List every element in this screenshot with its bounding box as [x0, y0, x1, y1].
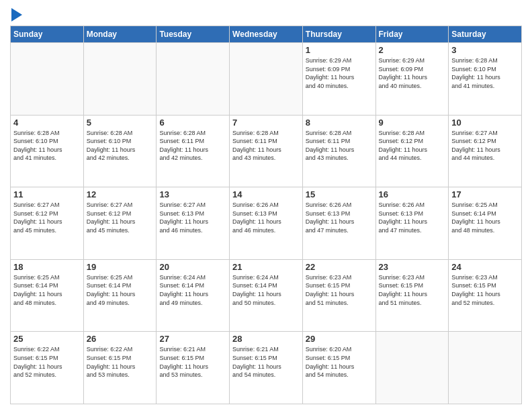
- day-number: 8: [306, 118, 373, 128]
- calendar-cell: 14Sunrise: 6:26 AM Sunset: 6:13 PM Dayli…: [230, 187, 303, 260]
- day-info: Sunrise: 6:24 AM Sunset: 6:14 PM Dayligh…: [232, 273, 300, 307]
- calendar-week-2: 11Sunrise: 6:27 AM Sunset: 6:12 PM Dayli…: [11, 187, 522, 260]
- calendar-cell: 29Sunrise: 6:20 AM Sunset: 6:15 PM Dayli…: [302, 332, 375, 404]
- day-info: Sunrise: 6:27 AM Sunset: 6:12 PM Dayligh…: [451, 129, 519, 163]
- day-header-friday: Friday: [375, 26, 449, 43]
- day-info: Sunrise: 6:28 AM Sunset: 6:12 PM Dayligh…: [379, 129, 446, 163]
- calendar-cell: 17Sunrise: 6:25 AM Sunset: 6:14 PM Dayli…: [449, 187, 522, 260]
- day-info: Sunrise: 6:25 AM Sunset: 6:14 PM Dayligh…: [13, 273, 81, 307]
- calendar-cell: 21Sunrise: 6:24 AM Sunset: 6:14 PM Dayli…: [230, 259, 303, 332]
- day-number: 9: [379, 118, 446, 128]
- day-info: Sunrise: 6:26 AM Sunset: 6:13 PM Dayligh…: [232, 201, 300, 234]
- day-info: Sunrise: 6:28 AM Sunset: 6:10 PM Dayligh…: [87, 129, 154, 163]
- day-info: Sunrise: 6:23 AM Sunset: 6:15 PM Dayligh…: [379, 273, 446, 307]
- day-info: Sunrise: 6:23 AM Sunset: 6:15 PM Dayligh…: [451, 273, 519, 307]
- calendar-cell: 8Sunrise: 6:28 AM Sunset: 6:11 PM Daylig…: [302, 115, 375, 187]
- calendar-cell: 4Sunrise: 6:28 AM Sunset: 6:10 PM Daylig…: [11, 115, 84, 187]
- calendar-cell: 9Sunrise: 6:28 AM Sunset: 6:12 PM Daylig…: [375, 115, 449, 187]
- calendar-cell: 2Sunrise: 6:29 AM Sunset: 6:09 PM Daylig…: [375, 43, 449, 116]
- logo-icon: [11, 8, 22, 21]
- calendar-week-0: 1Sunrise: 6:29 AM Sunset: 6:09 PM Daylig…: [11, 43, 522, 116]
- day-info: Sunrise: 6:25 AM Sunset: 6:14 PM Dayligh…: [451, 201, 519, 234]
- calendar-cell: 1Sunrise: 6:29 AM Sunset: 6:09 PM Daylig…: [302, 43, 375, 116]
- day-header-wednesday: Wednesday: [230, 26, 303, 43]
- calendar-cell: 27Sunrise: 6:21 AM Sunset: 6:15 PM Dayli…: [157, 332, 230, 404]
- day-number: 16: [379, 189, 446, 199]
- day-number: 18: [13, 262, 81, 272]
- calendar-cell: 10Sunrise: 6:27 AM Sunset: 6:12 PM Dayli…: [449, 115, 522, 187]
- day-info: Sunrise: 6:25 AM Sunset: 6:14 PM Dayligh…: [87, 273, 154, 307]
- day-number: 28: [232, 334, 300, 344]
- calendar-cell: 22Sunrise: 6:23 AM Sunset: 6:15 PM Dayli…: [302, 259, 375, 332]
- calendar-week-3: 18Sunrise: 6:25 AM Sunset: 6:14 PM Dayli…: [11, 259, 522, 332]
- day-info: Sunrise: 6:22 AM Sunset: 6:15 PM Dayligh…: [87, 345, 154, 379]
- calendar-cell: 28Sunrise: 6:21 AM Sunset: 6:15 PM Dayli…: [230, 332, 303, 404]
- day-header-sunday: Sunday: [11, 26, 84, 43]
- day-info: Sunrise: 6:27 AM Sunset: 6:13 PM Dayligh…: [159, 201, 226, 234]
- calendar-header-row: SundayMondayTuesdayWednesdayThursdayFrid…: [11, 26, 522, 43]
- day-info: Sunrise: 6:21 AM Sunset: 6:15 PM Dayligh…: [159, 345, 226, 379]
- day-number: 19: [87, 262, 154, 272]
- day-number: 10: [451, 118, 519, 128]
- logo: [10, 9, 22, 21]
- day-header-tuesday: Tuesday: [157, 26, 230, 43]
- calendar-table: SundayMondayTuesdayWednesdayThursdayFrid…: [10, 26, 522, 404]
- calendar-week-4: 25Sunrise: 6:22 AM Sunset: 6:15 PM Dayli…: [11, 332, 522, 404]
- calendar-cell: 5Sunrise: 6:28 AM Sunset: 6:10 PM Daylig…: [83, 115, 157, 187]
- calendar-cell: [11, 43, 84, 116]
- calendar-cell: 26Sunrise: 6:22 AM Sunset: 6:15 PM Dayli…: [83, 332, 157, 404]
- day-number: 13: [159, 189, 226, 199]
- day-info: Sunrise: 6:21 AM Sunset: 6:15 PM Dayligh…: [232, 345, 300, 379]
- calendar-cell: [449, 332, 522, 404]
- calendar-cell: 19Sunrise: 6:25 AM Sunset: 6:14 PM Dayli…: [83, 259, 157, 332]
- header: [10, 7, 522, 21]
- day-info: Sunrise: 6:28 AM Sunset: 6:11 PM Dayligh…: [232, 129, 300, 163]
- day-number: 24: [451, 262, 519, 272]
- day-info: Sunrise: 6:23 AM Sunset: 6:15 PM Dayligh…: [306, 273, 373, 307]
- day-info: Sunrise: 6:29 AM Sunset: 6:09 PM Dayligh…: [379, 56, 446, 90]
- day-info: Sunrise: 6:28 AM Sunset: 6:10 PM Dayligh…: [451, 56, 519, 90]
- day-number: 22: [306, 262, 373, 272]
- calendar-week-1: 4Sunrise: 6:28 AM Sunset: 6:10 PM Daylig…: [11, 115, 522, 187]
- day-info: Sunrise: 6:20 AM Sunset: 6:15 PM Dayligh…: [306, 345, 373, 379]
- calendar-page: SundayMondayTuesdayWednesdayThursdayFrid…: [0, 0, 532, 411]
- day-info: Sunrise: 6:27 AM Sunset: 6:12 PM Dayligh…: [87, 201, 154, 234]
- day-number: 21: [232, 262, 300, 272]
- day-info: Sunrise: 6:28 AM Sunset: 6:11 PM Dayligh…: [306, 129, 373, 163]
- day-number: 5: [87, 118, 154, 128]
- day-info: Sunrise: 6:28 AM Sunset: 6:10 PM Dayligh…: [13, 129, 81, 163]
- day-number: 17: [451, 189, 519, 199]
- calendar-cell: 11Sunrise: 6:27 AM Sunset: 6:12 PM Dayli…: [11, 187, 84, 260]
- day-number: 2: [379, 45, 446, 55]
- calendar-cell: 20Sunrise: 6:24 AM Sunset: 6:14 PM Dayli…: [157, 259, 230, 332]
- day-number: 20: [159, 262, 226, 272]
- day-number: 15: [306, 189, 373, 199]
- day-number: 11: [13, 189, 81, 199]
- day-header-saturday: Saturday: [449, 26, 522, 43]
- calendar-cell: 16Sunrise: 6:26 AM Sunset: 6:13 PM Dayli…: [375, 187, 449, 260]
- calendar-cell: 13Sunrise: 6:27 AM Sunset: 6:13 PM Dayli…: [157, 187, 230, 260]
- calendar-cell: 7Sunrise: 6:28 AM Sunset: 6:11 PM Daylig…: [230, 115, 303, 187]
- calendar-cell: 12Sunrise: 6:27 AM Sunset: 6:12 PM Dayli…: [83, 187, 157, 260]
- day-number: 14: [232, 189, 300, 199]
- day-info: Sunrise: 6:27 AM Sunset: 6:12 PM Dayligh…: [13, 201, 81, 234]
- day-number: 7: [232, 118, 300, 128]
- day-header-thursday: Thursday: [302, 26, 375, 43]
- day-info: Sunrise: 6:26 AM Sunset: 6:13 PM Dayligh…: [306, 201, 373, 234]
- day-info: Sunrise: 6:28 AM Sunset: 6:11 PM Dayligh…: [159, 129, 226, 163]
- day-info: Sunrise: 6:29 AM Sunset: 6:09 PM Dayligh…: [306, 56, 373, 90]
- calendar-cell: [230, 43, 303, 116]
- svg-marker-0: [11, 8, 22, 21]
- calendar-cell: 6Sunrise: 6:28 AM Sunset: 6:11 PM Daylig…: [157, 115, 230, 187]
- calendar-cell: 15Sunrise: 6:26 AM Sunset: 6:13 PM Dayli…: [302, 187, 375, 260]
- calendar-cell: [157, 43, 230, 116]
- day-number: 12: [87, 189, 154, 199]
- day-number: 27: [159, 334, 226, 344]
- day-info: Sunrise: 6:22 AM Sunset: 6:15 PM Dayligh…: [13, 345, 81, 379]
- calendar-cell: 18Sunrise: 6:25 AM Sunset: 6:14 PM Dayli…: [11, 259, 84, 332]
- day-number: 23: [379, 262, 446, 272]
- day-number: 6: [159, 118, 226, 128]
- calendar-cell: [83, 43, 157, 116]
- calendar-cell: 23Sunrise: 6:23 AM Sunset: 6:15 PM Dayli…: [375, 259, 449, 332]
- calendar-cell: 25Sunrise: 6:22 AM Sunset: 6:15 PM Dayli…: [11, 332, 84, 404]
